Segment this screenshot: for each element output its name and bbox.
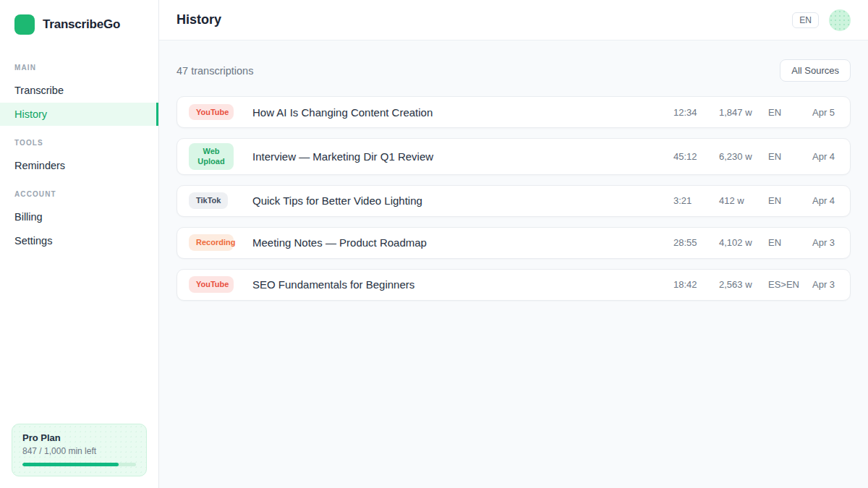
language-selector[interactable]: EN xyxy=(792,12,819,28)
content-area: 47 transcriptions All Sources YouTube Ho… xyxy=(159,40,868,488)
sidebar-item-settings[interactable]: Settings xyxy=(0,229,158,252)
nav-section-tools: TOOLS xyxy=(0,139,158,147)
sidebar-nav: MAIN Transcribe History TOOLS Reminders … xyxy=(0,64,158,253)
date-value: Apr 3 xyxy=(812,237,838,248)
sidebar-item-transcribe[interactable]: Transcribe xyxy=(0,79,158,102)
source-badge: Recording xyxy=(189,234,234,250)
header-actions: EN xyxy=(792,9,851,31)
transcription-title: Quick Tips for Better Video Lighting xyxy=(252,194,673,207)
source-badge-wrap: YouTube xyxy=(189,276,252,292)
language-value: ES>EN xyxy=(768,279,812,290)
transcription-row[interactable]: YouTube How AI Is Changing Content Creat… xyxy=(176,96,851,128)
duration-value: 45:12 xyxy=(673,151,719,162)
transcription-list: YouTube How AI Is Changing Content Creat… xyxy=(176,96,851,301)
list-toolbar: 47 transcriptions All Sources xyxy=(176,40,851,96)
language-value: EN xyxy=(768,107,812,118)
sidebar: TranscribeGo MAIN Transcribe History TOO… xyxy=(0,0,159,488)
nav-section-main: MAIN xyxy=(0,64,158,72)
sidebar-item-billing[interactable]: Billing xyxy=(0,205,158,228)
word-count-value: 1,847 w xyxy=(719,107,768,118)
source-badge: Web Upload xyxy=(189,143,234,170)
duration-value: 12:34 xyxy=(673,107,719,118)
language-value: EN xyxy=(768,151,812,162)
main-area: History EN 47 transcriptions All Sources… xyxy=(159,0,868,488)
date-value: Apr 4 xyxy=(812,151,838,162)
duration-value: 3:21 xyxy=(673,195,719,206)
transcription-row[interactable]: Recording Meeting Notes — Product Roadma… xyxy=(176,227,851,259)
language-value: EN xyxy=(768,237,812,248)
transcription-count: 47 transcriptions xyxy=(176,65,253,77)
source-filter-button[interactable]: All Sources xyxy=(780,59,851,82)
sidebar-item-history[interactable]: History xyxy=(0,103,158,126)
plan-card: Pro Plan 847 / 1,000 min left xyxy=(12,424,147,476)
plan-progress-fill xyxy=(22,463,119,466)
source-badge: YouTube xyxy=(189,104,234,120)
language-value: EN xyxy=(768,195,812,206)
transcription-row[interactable]: Web Upload Interview — Marketing Dir Q1 … xyxy=(176,138,851,175)
source-badge-wrap: Recording xyxy=(189,234,252,250)
plan-title: Pro Plan xyxy=(22,432,136,443)
page-title: History xyxy=(176,12,221,27)
source-badge-wrap: YouTube xyxy=(189,104,252,120)
transcription-title: Interview — Marketing Dir Q1 Review xyxy=(252,150,673,163)
plan-usage: 847 / 1,000 min left xyxy=(22,446,136,456)
plan-progress-bar xyxy=(22,463,136,466)
avatar[interactable] xyxy=(829,9,851,31)
date-value: Apr 5 xyxy=(812,107,838,118)
date-value: Apr 3 xyxy=(812,279,838,290)
transcription-title: SEO Fundamentals for Beginners xyxy=(252,278,673,291)
page-header: History EN xyxy=(159,0,868,40)
transcription-row[interactable]: YouTube SEO Fundamentals for Beginners 1… xyxy=(176,269,851,301)
logo-icon xyxy=(14,14,35,35)
date-value: Apr 4 xyxy=(812,195,838,206)
word-count-value: 6,230 w xyxy=(719,151,768,162)
source-badge-wrap: TikTok xyxy=(189,192,252,208)
sidebar-item-reminders[interactable]: Reminders xyxy=(0,154,158,177)
brand-logo: TranscribeGo xyxy=(0,0,158,35)
source-badge: TikTok xyxy=(189,192,228,208)
brand-name: TranscribeGo xyxy=(43,17,120,32)
duration-value: 28:55 xyxy=(673,237,719,248)
source-badge: YouTube xyxy=(189,276,234,292)
transcription-title: Meeting Notes — Product Roadmap xyxy=(252,236,673,249)
word-count-value: 2,563 w xyxy=(719,279,768,290)
source-badge-wrap: Web Upload xyxy=(189,143,252,170)
word-count-value: 412 w xyxy=(719,195,768,206)
transcription-title: How AI Is Changing Content Creation xyxy=(252,106,673,119)
duration-value: 18:42 xyxy=(673,279,719,290)
transcription-row[interactable]: TikTok Quick Tips for Better Video Light… xyxy=(176,185,851,217)
word-count-value: 4,102 w xyxy=(719,237,768,248)
nav-section-account: ACCOUNT xyxy=(0,190,158,198)
app-window: TranscribeGo MAIN Transcribe History TOO… xyxy=(0,0,868,488)
